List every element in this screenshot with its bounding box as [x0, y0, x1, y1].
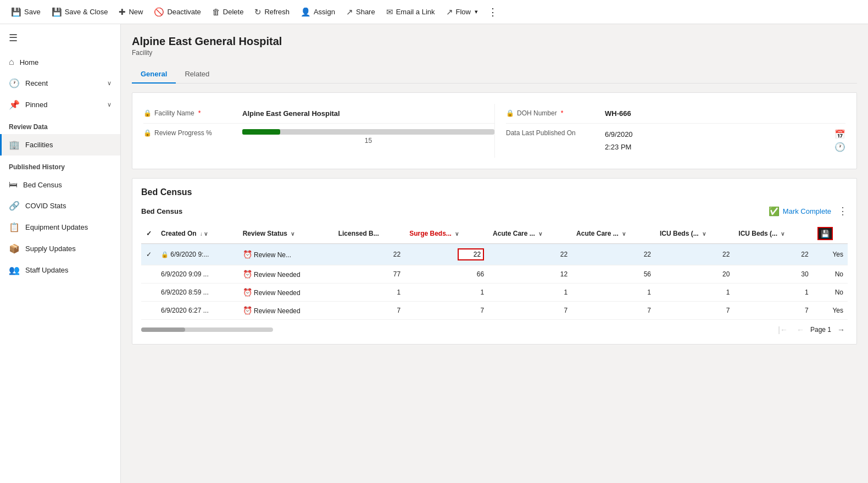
col-header-acute-care1[interactable]: Acute Care ... ∨ — [488, 224, 572, 244]
cell-surge-beds: 66 — [405, 265, 488, 284]
sidebar-item-facilities[interactable]: 🏢 Facilities — [0, 134, 120, 156]
cell-last-col: No — [813, 265, 848, 284]
first-page-button[interactable]: |← — [775, 324, 791, 335]
assign-icon: 👤 — [301, 7, 311, 17]
doh-lock-icon: 🔒 — [506, 109, 514, 117]
progress-label: 15 — [242, 137, 494, 145]
doh-number-row: 🔒 DOH Number * WH-666 — [506, 104, 845, 124]
cell-icu-beds2: 7 — [734, 302, 813, 320]
cell-acute-care1: 1 — [488, 284, 572, 302]
horizontal-scrollbar[interactable] — [141, 326, 273, 333]
row-checkbox[interactable]: ✓ — [141, 244, 157, 265]
sort-review-status-icon: ∨ — [291, 231, 294, 237]
refresh-button[interactable]: ↻ Refresh — [249, 0, 295, 24]
table-row: 6/9/2020 6:27 ...⏰ Review Needed777777Ye… — [141, 302, 848, 320]
cell-icu-beds1: 22 — [655, 244, 734, 265]
sidebar-item-staff-updates[interactable]: 👥 Staff Updates — [0, 259, 120, 281]
toolbar: 💾 Save 💾 Save & Close ✚ New 🚫 Deactivate… — [0, 0, 868, 24]
col-header-icu-beds1[interactable]: ICU Beds (... ∨ — [655, 224, 734, 244]
sidebar-item-equipment-updates[interactable]: 📋 Equipment Updates — [0, 216, 120, 238]
cell-acute-care1: 22 — [488, 244, 572, 265]
sidebar-item-pinned[interactable]: 📌 Pinned ∨ — [0, 94, 120, 115]
cell-surge-beds: 7 — [405, 302, 488, 320]
row-checkbox[interactable] — [141, 284, 157, 302]
cell-surge-beds[interactable] — [405, 244, 488, 265]
save-button[interactable]: 💾 Save — [5, 0, 46, 24]
share-icon: ↗ — [346, 7, 353, 17]
review-lock-icon: 🔒 — [143, 129, 152, 137]
sidebar-item-supply-updates[interactable]: 📦 Supply Updates — [0, 238, 120, 259]
sidebar-item-recent[interactable]: 🕐 Recent ∨ — [0, 73, 120, 94]
section-more-icon[interactable]: ⋮ — [838, 205, 848, 217]
sidebar-item-home[interactable]: ⌂ Home — [0, 52, 120, 73]
table-row: 6/9/2020 8:59 ...⏰ Review Needed111111No — [141, 284, 848, 302]
mark-complete-button[interactable]: Mark Complete — [783, 207, 831, 215]
assign-button[interactable]: 👤 Assign — [295, 0, 341, 24]
check-circle-icon: ✅ — [769, 206, 780, 216]
supply-icon: 📦 — [9, 243, 20, 254]
review-progress-label: 🔒 Review Progress % — [143, 129, 242, 137]
main-layout: ☰ ⌂ Home 🕐 Recent ∨ 📌 Pinned ∨ Review Da… — [0, 24, 868, 483]
tab-general[interactable]: General — [132, 65, 176, 84]
delete-button[interactable]: 🗑 Delete — [207, 0, 249, 24]
row-checkbox[interactable] — [141, 302, 157, 320]
cell-licensed-beds: 1 — [334, 284, 405, 302]
more-dots-icon: ⋮ — [488, 6, 498, 18]
scrollbar-track — [141, 327, 273, 332]
scrollbar-thumb[interactable] — [141, 327, 185, 332]
cell-acute-care1: 12 — [488, 265, 572, 284]
home-icon: ⌂ — [9, 57, 14, 67]
facilities-icon: 🏢 — [9, 140, 20, 150]
deactivate-button[interactable]: 🚫 Deactivate — [148, 0, 206, 24]
clock-icon[interactable]: 🕐 — [834, 142, 845, 152]
email-link-button[interactable]: ✉ Email a Link — [381, 0, 441, 24]
staff-icon: 👥 — [9, 265, 20, 275]
save-row-button[interactable]: 💾 — [817, 227, 833, 240]
col-header-surge-beds[interactable]: Surge Beds... ∨ — [405, 224, 488, 244]
cell-acute-care2: 7 — [572, 302, 655, 320]
recent-icon: 🕐 — [9, 78, 20, 88]
bed-census-header: Bed Census ✅ Mark Complete ⋮ — [141, 205, 848, 217]
record-subtitle: Facility — [132, 49, 857, 57]
col-header-created-on[interactable]: Created On ↓ ∨ — [157, 224, 238, 244]
deactivate-icon: 🚫 — [154, 7, 164, 17]
table-row: 6/9/2020 9:09 ...⏰ Review Needed77661256… — [141, 265, 848, 284]
prev-page-button[interactable]: ← — [794, 324, 807, 335]
cell-created-on: 6/9/2020 8:59 ... — [157, 284, 238, 302]
form-card: 🔒 Facility Name * Alpine East General Ho… — [132, 92, 857, 169]
row-checkbox[interactable] — [141, 265, 157, 284]
save-close-button[interactable]: 💾 Save & Close — [46, 0, 114, 24]
cell-licensed-beds: 22 — [334, 244, 405, 265]
recent-chevron-icon: ∨ — [107, 80, 112, 87]
record-title: Alpine East General Hospital — [132, 35, 857, 48]
next-page-button[interactable]: → — [834, 324, 848, 335]
table-row: ✓🔒 6/9/2020 9:...⏰ Review Ne...222222222… — [141, 244, 848, 265]
sort-surge-beds-icon: ∨ — [455, 231, 459, 237]
published-history-section-label: Published History — [0, 156, 120, 174]
surge-beds-input[interactable] — [461, 251, 481, 258]
cell-icu-beds1: 7 — [655, 302, 734, 320]
new-button[interactable]: ✚ New — [113, 0, 148, 24]
sidebar-item-covid-stats[interactable]: 🔗 COVID Stats — [0, 195, 120, 216]
col-header-acute-care2[interactable]: Acute Care ... ∨ — [572, 224, 655, 244]
pagination-controls: |← ← Page 1 → — [775, 324, 848, 335]
pinned-chevron-icon: ∨ — [107, 101, 112, 108]
sort-acute2-icon: ∨ — [622, 231, 626, 237]
sort-icu2-icon: ∨ — [781, 231, 784, 237]
col-header-icu-beds2[interactable]: ICU Beds (... ∨ — [734, 224, 813, 244]
progress-bar-fill — [242, 129, 280, 135]
cell-review-status: ⏰ Review Needed — [238, 265, 334, 284]
review-data-section-label: Review Data — [0, 115, 120, 134]
calendar-icon[interactable]: 📅 — [834, 129, 845, 140]
cell-review-status: ⏰ Review Needed — [238, 302, 334, 320]
sidebar-item-bed-census[interactable]: 🛏 Bed Census — [0, 174, 120, 195]
cell-last-col: Yes — [813, 302, 848, 320]
hamburger-menu[interactable]: ☰ — [0, 24, 120, 52]
share-button[interactable]: ↗ Share — [341, 0, 381, 24]
flow-button[interactable]: ↗ Flow ▾ — [441, 0, 483, 24]
tab-related[interactable]: Related — [176, 65, 218, 84]
more-options-button[interactable]: ⋮ — [483, 0, 502, 24]
bed-census-icon: 🛏 — [9, 180, 18, 190]
sort-created-on-icon: ↓ ∨ — [200, 231, 208, 237]
col-header-review-status[interactable]: Review Status ∨ — [238, 224, 334, 244]
